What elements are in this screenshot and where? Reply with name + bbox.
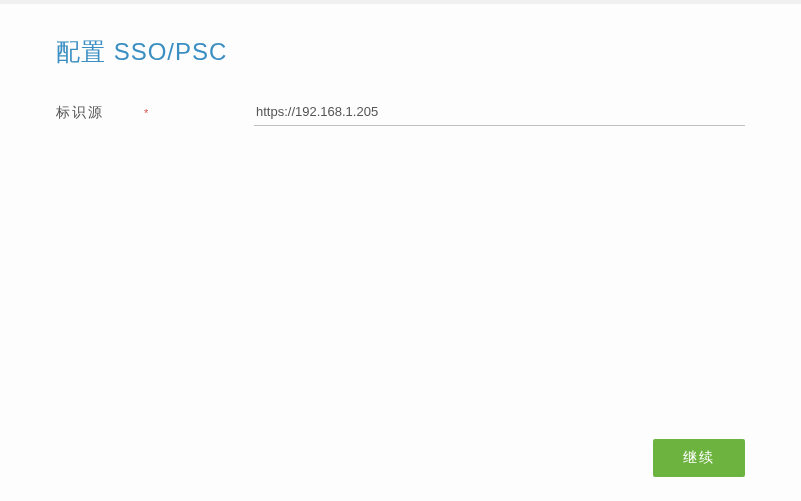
content-area: 配置 SSO/PSC 标识源 * [0,4,801,126]
required-indicator: * [144,106,254,120]
identity-source-label: 标识源 [56,104,116,122]
identity-source-row: 标识源 * [56,100,745,126]
page-title: 配置 SSO/PSC [56,36,745,68]
button-bar: 继续 [653,439,745,477]
input-wrapper [254,100,745,126]
continue-button[interactable]: 继续 [653,439,745,477]
identity-source-input[interactable] [254,100,745,126]
